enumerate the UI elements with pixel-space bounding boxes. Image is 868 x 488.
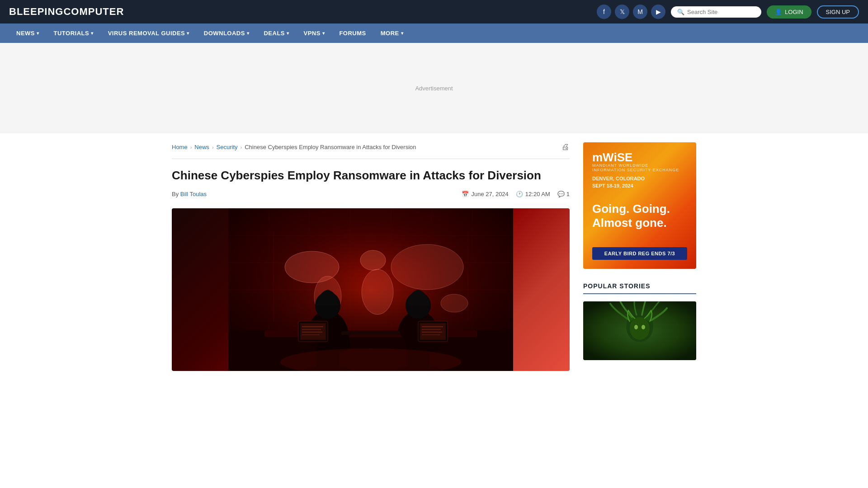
chevron-down-icon: ▾ — [322, 31, 325, 36]
popular-story-svg — [583, 301, 696, 360]
breadcrumb: Home › News › Security › Chinese Cybersp… — [172, 142, 570, 159]
article-time: 🕐 12:20 AM — [516, 191, 550, 197]
comments-number: 1 — [566, 191, 570, 197]
article-image-svg — [172, 208, 570, 371]
article-meta: By Bill Toulas 📅 June 27, 2024 🕐 12:20 A… — [172, 191, 570, 197]
login-button[interactable]: 👤 LOGIN — [767, 5, 811, 19]
ad-logo-area: mWiSE MANDIANT WORLDWIDEINFORMATION SECU… — [592, 151, 687, 172]
chevron-down-icon: ▾ — [287, 31, 289, 36]
svg-point-45 — [630, 317, 650, 340]
svg-point-7 — [441, 294, 468, 312]
popular-stories-title: POPULAR STORIES — [583, 282, 696, 294]
chevron-down-icon: ▾ — [401, 31, 404, 36]
chevron-down-icon: ▾ — [187, 31, 189, 36]
ad-logo: mWiSE — [592, 151, 687, 163]
clock-icon: 🕐 — [516, 191, 523, 197]
breadcrumb-sep-3: › — [241, 145, 242, 150]
svg-rect-39 — [341, 331, 400, 335]
youtube-icon[interactable]: ▶ — [651, 5, 665, 19]
author-link[interactable]: Bill Toulas — [180, 191, 207, 197]
breadcrumb-security[interactable]: Security — [217, 144, 238, 150]
breadcrumb-sep-2: › — [212, 145, 214, 150]
svg-point-4 — [360, 250, 386, 270]
ad-dates: SEPT 18-19, 2024 — [592, 183, 645, 188]
svg-point-5 — [362, 269, 393, 314]
nav-item-vpns[interactable]: VPNS▾ — [297, 23, 332, 43]
site-header: BLEEPINGCOMPUTER f 𝕏 M ▶ 🔍 👤 LOGIN SIGN … — [0, 0, 868, 23]
sidebar: mWiSE MANDIANT WORLDWIDEINFORMATION SECU… — [583, 142, 696, 371]
nav-item-deals[interactable]: DEALS▾ — [256, 23, 296, 43]
print-icon[interactable]: 🖨 — [561, 142, 570, 152]
svg-point-46 — [634, 325, 638, 329]
search-icon: 🔍 — [677, 9, 684, 15]
chevron-down-icon: ▾ — [91, 31, 94, 36]
mastodon-icon[interactable]: M — [633, 5, 647, 19]
search-input[interactable] — [687, 9, 755, 15]
header-right: f 𝕏 M ▶ 🔍 👤 LOGIN SIGN UP — [597, 5, 859, 19]
comment-icon: 💬 — [557, 191, 565, 197]
content-wrapper: Home › News › Security › Chinese Cybersp… — [163, 133, 705, 380]
nav-item-downloads[interactable]: DOWNLOADS▾ — [197, 23, 257, 43]
meta-right: 📅 June 27, 2024 🕐 12:20 AM 💬 1 — [462, 191, 570, 197]
ad-banner: Advertisement — [0, 43, 868, 133]
svg-point-47 — [642, 325, 645, 329]
chevron-down-icon: ▾ — [37, 31, 39, 36]
main-nav: NEWS▾ TUTORIALS▾ VIRUS REMOVAL GUIDES▾ D… — [0, 23, 868, 43]
breadcrumb-current: Chinese Cyberspies Employ Ransomware in … — [245, 144, 416, 150]
article-date: 📅 June 27, 2024 — [462, 191, 508, 197]
comments-count[interactable]: 💬 1 — [557, 191, 570, 197]
nav-item-news[interactable]: NEWS▾ — [9, 23, 47, 43]
ad-logo-subtitle: MANDIANT WORLDWIDEINFORMATION SECURITY E… — [592, 163, 687, 172]
ad-location: DENVER, COLORADO — [592, 176, 645, 181]
breadcrumb-home[interactable]: Home — [172, 144, 188, 150]
site-logo[interactable]: BLEEPINGCOMPUTER — [9, 6, 124, 18]
article-title: Chinese Cyberspies Employ Ransomware in … — [172, 168, 570, 183]
logo-bold: COMPUTER — [63, 6, 124, 17]
signup-button[interactable]: SIGN UP — [817, 5, 859, 19]
twitter-icon[interactable]: 𝕏 — [615, 5, 629, 19]
nav-item-more[interactable]: MORE▾ — [373, 23, 411, 43]
popular-stories-section: POPULAR STORIES — [583, 282, 696, 360]
time-value: 12:20 AM — [525, 191, 550, 197]
nav-item-tutorials[interactable]: TUTORIALS▾ — [47, 23, 101, 43]
nav-item-virus-removal[interactable]: VIRUS REMOVAL GUIDES▾ — [101, 23, 197, 43]
article-image — [172, 208, 570, 371]
svg-rect-24 — [301, 324, 326, 339]
calendar-icon: 📅 — [462, 191, 469, 197]
ad-tagline: Going. Going. Almost gone. — [592, 202, 670, 230]
breadcrumb-left: Home › News › Security › Chinese Cybersp… — [172, 144, 416, 150]
ad-cta-button[interactable]: EARLY BIRD REG ENDS 7/3 — [592, 247, 687, 260]
nav-item-forums[interactable]: FORUMS — [332, 23, 373, 43]
breadcrumb-news[interactable]: News — [194, 144, 209, 150]
date-value: June 27, 2024 — [471, 191, 508, 197]
main-content: Home › News › Security › Chinese Cybersp… — [172, 142, 570, 371]
author-byline: By Bill Toulas — [172, 191, 207, 197]
chevron-down-icon: ▾ — [247, 31, 250, 36]
social-icons: f 𝕏 M ▶ — [597, 5, 665, 19]
ad-tagline-line1: Going. Going. — [592, 202, 670, 216]
search-box: 🔍 — [671, 6, 761, 18]
logo-regular: BLEEPING — [9, 6, 63, 17]
breadcrumb-sep-1: › — [190, 145, 192, 150]
svg-rect-34 — [420, 324, 445, 339]
ad-tagline-line2: Almost gone. — [592, 216, 670, 230]
login-label: LOGIN — [785, 9, 803, 15]
popular-story-image[interactable] — [583, 301, 696, 360]
facebook-icon[interactable]: f — [597, 5, 611, 19]
svg-point-6 — [391, 244, 463, 290]
sidebar-advertisement[interactable]: mWiSE MANDIANT WORLDWIDEINFORMATION SECU… — [583, 142, 696, 269]
user-icon: 👤 — [775, 9, 782, 15]
